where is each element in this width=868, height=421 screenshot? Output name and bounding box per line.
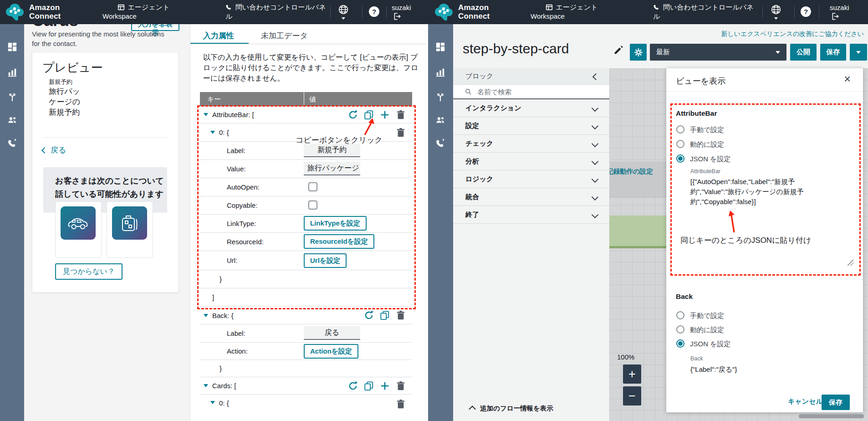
back-link[interactable]: 戻る	[42, 145, 66, 155]
copy-icon[interactable]	[380, 310, 390, 320]
nav-ccp[interactable]: 問い合わせコントロールパネ ル	[653, 3, 758, 21]
collapse-panel-icon[interactable]	[592, 73, 600, 81]
language-globe-icon[interactable]	[338, 4, 349, 20]
collapse-caret-icon[interactable]	[204, 113, 208, 116]
language-globe-icon[interactable]	[771, 4, 781, 20]
card-option-travel[interactable]	[107, 201, 153, 258]
back-radio-json[interactable]	[676, 339, 684, 348]
set-url-button[interactable]: Urlを設定	[304, 253, 347, 268]
attributebar-radio-json[interactable]	[676, 154, 684, 163]
left-app-sidebar	[0, 24, 24, 421]
back-label-input[interactable]	[304, 326, 360, 340]
attributebar-radio-manual[interactable]	[676, 125, 684, 133]
flow-block-green[interactable]	[609, 216, 667, 248]
add-icon[interactable]	[380, 110, 390, 120]
copyable-checkbox[interactable]	[308, 200, 317, 210]
additional-flow-info-toggle[interactable]: 追加のフロー情報を表示	[470, 404, 553, 413]
value-input[interactable]	[304, 162, 360, 175]
dialog-save-button[interactable]: 保存	[822, 395, 850, 410]
users-icon[interactable]	[435, 115, 446, 125]
zoom-in-button[interactable]: +	[623, 365, 641, 384]
refresh-icon[interactable]	[348, 381, 358, 391]
delete-icon[interactable]	[396, 128, 406, 138]
chevron-down-icon	[592, 123, 599, 130]
logout-icon[interactable]	[831, 12, 840, 21]
new-experience-link[interactable]: 新しいエクスペリエンスの改善にご協力ください	[721, 30, 864, 38]
back-radio-manual[interactable]	[676, 311, 684, 319]
block-category-logic[interactable]: ロジック	[453, 170, 609, 188]
version-select[interactable]: 最新	[650, 44, 786, 61]
save-button[interactable]: 保存	[820, 44, 846, 61]
contact-phone-icon[interactable]	[435, 138, 446, 149]
attributebar-radio-dynamic[interactable]	[676, 140, 684, 148]
flow-block-recording[interactable]: 記録動作の設定	[609, 162, 670, 197]
attributebar-radio-manual-label[interactable]: 手動で設定	[690, 126, 724, 134]
metrics-icon[interactable]	[7, 67, 18, 78]
back-radio-dynamic-label[interactable]: 動的に設定	[690, 326, 724, 334]
logout-icon[interactable]	[393, 12, 402, 21]
dashboard-icon[interactable]	[7, 42, 18, 52]
block-category-check[interactable]: チェック	[453, 135, 609, 153]
collapse-caret-icon[interactable]	[204, 384, 208, 387]
attributebar-field-label: AttributeBar	[690, 168, 720, 175]
autoopen-checkbox[interactable]	[308, 182, 317, 191]
nav-agent-workspace[interactable]: エージェント Workspace	[531, 3, 613, 21]
back-radio-json-label[interactable]: JSON を設定	[690, 340, 731, 349]
help-icon[interactable]: ?	[801, 6, 811, 17]
table-row-cards-item0: 0: {	[200, 395, 412, 421]
nav-ccp[interactable]: 問い合わせコントロールパネ ル	[225, 3, 330, 21]
set-linktype-button[interactable]: LinkTypeを設定	[304, 216, 367, 231]
refresh-icon[interactable]	[348, 110, 358, 120]
delete-icon[interactable]	[396, 310, 406, 320]
tab-input-attributes[interactable]: 入力属性	[203, 31, 234, 41]
back-radio-dynamic[interactable]	[676, 325, 684, 334]
nav-agent-workspace[interactable]: エージェント Workspace	[102, 3, 184, 21]
delete-icon[interactable]	[396, 399, 406, 409]
metrics-icon[interactable]	[435, 67, 446, 78]
connect-logo-icon[interactable]	[434, 2, 454, 22]
dashboard-icon[interactable]	[435, 42, 446, 52]
resize-grip-icon[interactable]	[848, 260, 853, 266]
cancel-button[interactable]: キャンセル	[788, 397, 823, 406]
block-category-interaction[interactable]: インタラクション	[453, 99, 609, 117]
back-json-textarea[interactable]: {"Label":"戻る"}	[690, 365, 854, 375]
collapse-caret-icon[interactable]	[210, 131, 215, 134]
set-action-button[interactable]: Actionを設定	[304, 344, 358, 359]
zoom-out-button[interactable]: −	[623, 386, 641, 406]
set-resourceid-button[interactable]: ResourceIdを設定	[304, 234, 374, 249]
attributebar-radio-json-label[interactable]: JSON を設定	[690, 155, 731, 164]
contact-phone-icon[interactable]	[7, 138, 18, 149]
horizontal-scrollbar[interactable]	[799, 414, 864, 418]
close-icon[interactable]: ×	[844, 72, 851, 86]
show-view-dialog: ビューを表示 × AttributeBar 手動で設定 動的に設定 JSON を…	[666, 68, 863, 412]
search-input[interactable]	[476, 87, 587, 96]
block-category-settings[interactable]: 設定	[453, 117, 609, 135]
connect-logo-icon[interactable]	[5, 2, 25, 22]
tab-raw-data[interactable]: 未加工データ	[261, 31, 308, 41]
not-found-button[interactable]: 見つからない？	[55, 263, 123, 280]
attributebar-radio-dynamic-label[interactable]: 動的に設定	[690, 140, 724, 149]
delete-icon[interactable]	[396, 110, 406, 120]
collapse-caret-icon[interactable]	[210, 401, 215, 404]
label-input[interactable]	[304, 144, 360, 157]
attributebar-json-textarea[interactable]: [{"AutoOpen":false,"Label":"新規予 約","Valu…	[690, 177, 854, 207]
help-icon[interactable]: ?	[369, 6, 379, 17]
block-category-terminate[interactable]: 終了	[453, 206, 609, 224]
users-icon[interactable]	[7, 115, 18, 125]
block-category-integration[interactable]: 統合	[453, 188, 609, 206]
flow-settings-button[interactable]	[630, 44, 647, 61]
routing-icon[interactable]	[7, 92, 18, 103]
back-radio-manual-label[interactable]: 手動で設定	[690, 312, 724, 320]
edit-pencil-icon[interactable]	[613, 45, 623, 55]
routing-icon[interactable]	[435, 92, 446, 103]
card-tile	[61, 206, 96, 240]
refresh-icon[interactable]	[364, 310, 374, 320]
block-category-analytics[interactable]: 分析	[453, 153, 609, 170]
delete-icon[interactable]	[396, 381, 406, 391]
copy-icon[interactable]	[364, 381, 374, 391]
add-icon[interactable]	[380, 381, 390, 391]
publish-button[interactable]: 公開	[790, 44, 817, 61]
save-options-button[interactable]	[850, 44, 867, 61]
card-option-car[interactable]	[55, 201, 102, 258]
collapse-caret-icon[interactable]	[204, 314, 208, 317]
